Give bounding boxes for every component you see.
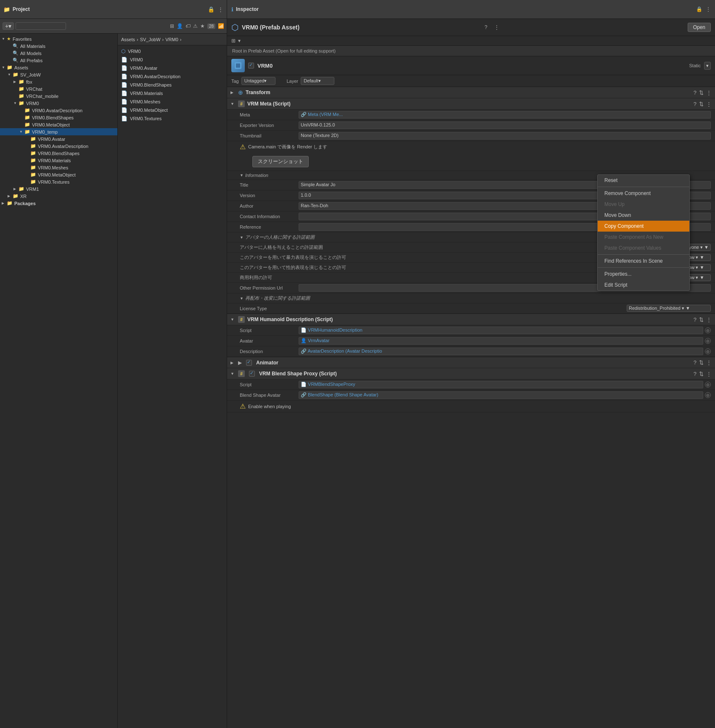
packages-folder[interactable]: ▶ 📁 Packages — [0, 200, 117, 207]
breadcrumb-vrm0[interactable]: VRM0 — [165, 37, 178, 42]
fbx-folder[interactable]: ▶ 📁 fbx — [0, 78, 117, 85]
info-section-title: Information — [245, 173, 268, 178]
settings-icon[interactable]: ⋮ — [494, 24, 499, 30]
transform-more[interactable]: ⋮ — [706, 90, 712, 96]
humanoid-settings[interactable]: ⇅ — [699, 317, 704, 323]
humanoid-script-value[interactable]: 📄 VRMHumanoidDescription — [299, 327, 703, 334]
animator-help[interactable]: ? — [694, 359, 696, 366]
grid-icon[interactable]: ⊞ — [170, 23, 174, 29]
warning-icon[interactable]: ⚠ — [193, 23, 198, 29]
vrm-meta-settings[interactable]: ⇅ — [699, 101, 704, 107]
xr-folder[interactable]: ▶ 📁 XR — [0, 193, 117, 200]
vrm0-avatar-sub[interactable]: 📁 VRM0.Avatar — [0, 135, 117, 142]
file-vrm0-blendshapes[interactable]: 📄 VRM0.BlendShapes — [118, 81, 227, 89]
transform-help[interactable]: ? — [694, 90, 696, 96]
vrm-humanoid-header[interactable]: ▼ # VRM Humanoid Description (Script) ? … — [227, 314, 715, 325]
animator-more[interactable]: ⋮ — [706, 359, 712, 366]
vrchat-folder[interactable]: 📁 VRChat — [0, 85, 117, 92]
vrm0-temp-folder[interactable]: ▼ 📁 VRM0_temp — [0, 128, 117, 135]
layout-dropdown-arrow[interactable]: ▾ — [238, 38, 241, 44]
context-reset[interactable]: Reset — [598, 175, 689, 186]
file-vrm0-textures[interactable]: 📄 VRM0.Textures — [118, 114, 227, 123]
transform-settings[interactable]: ⇅ — [699, 90, 704, 96]
breadcrumb-svjobw[interactable]: SV_JobW — [140, 37, 161, 42]
assets-section[interactable]: ▼ 📁 Assets — [0, 64, 117, 71]
file-vrm0[interactable]: 📄 VRM0 — [118, 55, 227, 64]
search-input[interactable] — [16, 22, 66, 30]
animator-settings[interactable]: ⇅ — [699, 359, 704, 366]
license-select[interactable]: Redistribution_Prohibited ▾ — [627, 305, 711, 312]
file-vrm0-meshes[interactable]: 📄 VRM0.Meshes — [118, 98, 227, 106]
blend-active[interactable] — [249, 371, 255, 377]
vrm0-blendshapes-sub[interactable]: 📁 VRM0.BlendShapes — [0, 150, 117, 157]
humanoid-script-target[interactable]: ◎ — [705, 327, 711, 333]
static-dropdown[interactable]: ▾ — [704, 62, 711, 70]
blend-avatar-target[interactable]: ◎ — [705, 392, 711, 398]
transform-component-header[interactable]: ▶ ⊕ Transform ? ⇅ ⋮ — [227, 87, 715, 98]
breadcrumb-forward[interactable]: › — [180, 37, 182, 42]
file-vrm0-prefab[interactable]: ⬡ VRM0 — [118, 47, 227, 55]
file-vrm0-avatardesc[interactable]: 📄 VRM0.AvatarDescription — [118, 72, 227, 81]
breadcrumb-assets[interactable]: Assets — [121, 37, 135, 42]
star-icon[interactable]: ★ — [200, 23, 205, 29]
layout-icon[interactable]: ⊞ — [231, 38, 236, 44]
vrm0-folder[interactable]: ▼ 📁 VRM0 — [0, 100, 117, 107]
vrchat-mobile-folder[interactable]: 📁 VRChat_mobile — [0, 92, 117, 100]
file-vrm0-materials[interactable]: 📄 VRM0.Materials — [118, 89, 227, 98]
screenshot-button[interactable]: スクリーンショット — [252, 156, 309, 167]
file-vrm0-metaobject[interactable]: 📄 VRM0.MetaObject — [118, 106, 227, 114]
context-move-down[interactable]: Move Down — [598, 210, 689, 221]
blend-script-target[interactable]: ◎ — [705, 382, 711, 388]
blend-script-value[interactable]: 📄 VRMBlendShapeProxy — [299, 381, 703, 388]
help-icon[interactable]: ? — [485, 24, 487, 30]
humanoid-more[interactable]: ⋮ — [706, 317, 712, 323]
context-properties[interactable]: Properties... — [598, 269, 689, 280]
person-icon[interactable]: 👤 — [177, 23, 183, 29]
context-find-refs[interactable]: Find References In Scene — [598, 256, 689, 266]
blend-settings[interactable]: ⇅ — [699, 371, 704, 377]
tag-icon[interactable]: 🏷 — [185, 23, 191, 29]
blend-help[interactable]: ? — [694, 371, 696, 377]
humanoid-avatar-value[interactable]: 👤 VrmAvatar — [299, 337, 703, 345]
context-edit-script[interactable]: Edit Script — [598, 280, 689, 290]
all-prefabs-label: All Prefabs — [20, 58, 42, 63]
all-models[interactable]: 🔍 All Models — [0, 50, 117, 57]
vrm0-textures-sub[interactable]: 📁 VRM0.Textures — [0, 178, 117, 185]
sv-jobw-folder[interactable]: ▼ 📁 SV_JobW — [0, 71, 117, 78]
animator-active[interactable] — [246, 360, 252, 366]
vrm0-metaobject-sub[interactable]: 📁 VRM0.MetaObject — [0, 171, 117, 178]
vrm1-folder[interactable]: ▶ 📁 VRM1 — [0, 185, 117, 193]
blend-avatar-value[interactable]: 🔗 BlendShape (Blend Shape Avatar) — [299, 391, 703, 399]
file-vrm0-avatar[interactable]: 📄 VRM0.Avatar — [118, 64, 227, 72]
open-button[interactable]: Open — [688, 23, 711, 32]
all-materials[interactable]: 🔍 All Materials — [0, 42, 117, 50]
vrm-blend-header[interactable]: ▼ # VRM Blend Shape Proxy (Script) ? ⇅ ⋮ — [227, 368, 715, 380]
vrm0-meshes-sub[interactable]: 📁 VRM0.Meshes — [0, 164, 117, 171]
humanoid-desc-target[interactable]: ◎ — [705, 348, 711, 354]
redistrib-section[interactable]: ▼ 再配布・改変に関する許諾範囲 — [227, 293, 715, 303]
humanoid-help[interactable]: ? — [694, 317, 696, 323]
vrm0-blendshapes-folder[interactable]: 📁 VRM0.BlendShapes — [0, 114, 117, 121]
add-button[interactable]: +▾ — [3, 22, 14, 30]
vrm-meta-more[interactable]: ⋮ — [706, 101, 712, 107]
blend-more[interactable]: ⋮ — [706, 371, 712, 377]
vrm0-metaobject-folder[interactable]: 📁 VRM0.MetaObject — [0, 121, 117, 128]
wifi-icon[interactable]: 📶 — [218, 23, 224, 29]
layer-dropdown[interactable]: Default▾ — [301, 77, 334, 85]
vrm0-avatardesc-folder[interactable]: 📁 VRM0.AvatarDescription — [0, 107, 117, 114]
vrm-meta-help[interactable]: ? — [694, 101, 696, 107]
humanoid-avatar-target[interactable]: ◎ — [705, 338, 711, 344]
animator-header[interactable]: ▶ ▶ Animator ? ⇅ ⋮ — [227, 357, 715, 368]
vrm0-avatardesc-sub[interactable]: 📁 VRM0.AvatarDescription — [0, 142, 117, 150]
all-prefabs[interactable]: 🔍 All Prefabs — [0, 57, 117, 64]
humanoid-desc-value[interactable]: 🔗 AvatarDescription (Avatar Descriptio — [299, 348, 703, 355]
context-copy-component[interactable]: Copy Component — [598, 221, 689, 232]
context-remove[interactable]: Remove Component — [598, 188, 689, 199]
vrm-meta-header[interactable]: ▼ # VRM Meta (Script) ? ⇅ ⋮ — [227, 98, 715, 110]
vrm0-materials-sub[interactable]: 📁 VRM0.Materials — [0, 157, 117, 164]
favorites-section[interactable]: ▼ ★ Favorites — [0, 35, 117, 42]
gameobject-active-checkbox[interactable] — [248, 63, 254, 69]
tag-dropdown[interactable]: Untagged▾ — [241, 77, 276, 85]
prop-meta-value[interactable]: 🔗 Meta (VRM Me... — [299, 111, 711, 119]
lock-icon: 🔒 — [208, 6, 214, 13]
